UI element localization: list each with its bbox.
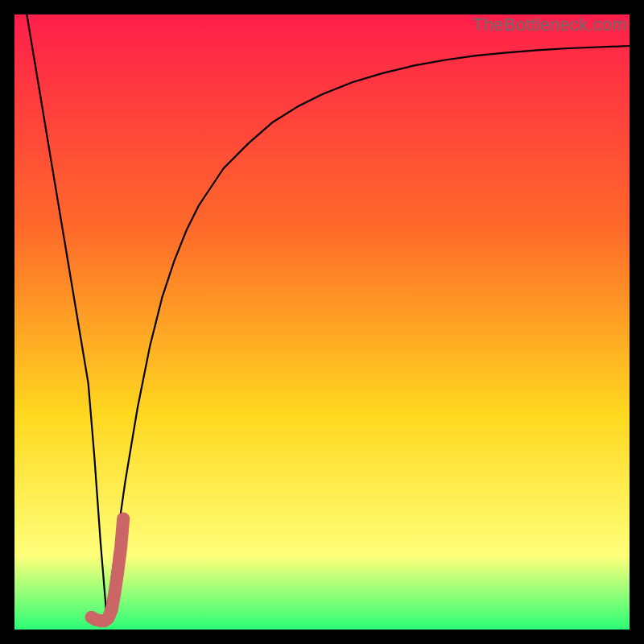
chart-frame: TheBottleneck.com bbox=[14, 14, 630, 630]
bottleneck-chart bbox=[14, 14, 630, 630]
watermark-text: TheBottleneck.com bbox=[473, 14, 627, 35]
gradient-background bbox=[14, 14, 630, 630]
